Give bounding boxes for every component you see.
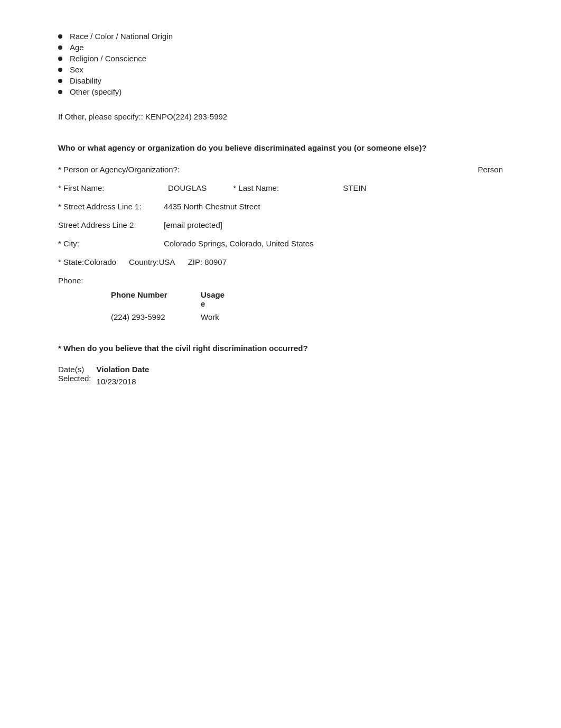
- phone-usage-value: Work: [201, 312, 232, 321]
- phone-table: Phone Number Usagee (224) 293-5992 Work: [111, 290, 503, 321]
- country-value: USA: [159, 257, 175, 266]
- street1-label: * Street Address Line 1:: [58, 202, 164, 211]
- bullet-icon: [58, 57, 62, 61]
- phone-col-number-header: Phone Number: [111, 290, 180, 308]
- phone-number-value: (224) 293-5992: [111, 312, 180, 321]
- list-item: Disability: [58, 76, 503, 85]
- street1-value: 4435 North Chestnut Street: [164, 202, 260, 211]
- bullet-icon: [58, 68, 62, 72]
- bullet-icon: [58, 45, 62, 50]
- violation-col-header: Violation Date: [97, 365, 149, 374]
- first-name-item: * First Name: DOUGLAS: [58, 183, 207, 192]
- zip-label: ZIP:: [188, 257, 203, 266]
- first-name-label: * First Name:: [58, 183, 164, 192]
- usage-line2: e: [201, 299, 205, 308]
- bullet-icon: [58, 79, 62, 83]
- when-section: * When do you believe that the civil rig…: [58, 343, 503, 386]
- agency-question: Who or what agency or organization do yo…: [58, 142, 503, 154]
- when-question: * When do you believe that the civil rig…: [58, 343, 503, 355]
- bullet-icon: [58, 90, 62, 94]
- list-item: Other (specify): [58, 87, 503, 96]
- phone-table-header: Phone Number Usagee: [111, 290, 503, 308]
- state-label: * State:: [58, 257, 84, 266]
- street1-row: * Street Address Line 1: 4435 North Ches…: [58, 202, 503, 211]
- city-value: Colorado Springs, Colorado, United State…: [164, 239, 314, 248]
- name-row: * First Name: DOUGLAS * Last Name: STEIN: [58, 183, 503, 192]
- violation-date-value: 10/23/2018: [97, 377, 149, 386]
- phone-section: Phone: Phone Number Usagee (224) 293-599…: [58, 276, 503, 321]
- city-row: * City: Colorado Springs, Colorado, Unit…: [58, 239, 503, 248]
- violation-table: Violation Date 10/23/2018: [97, 365, 149, 386]
- if-other-section: If Other, please specify:: KENPO(224) 29…: [58, 112, 503, 121]
- list-item: Religion / Conscience: [58, 54, 503, 63]
- discrimination-basis-list: Race / Color / National Origin Age Relig…: [58, 32, 503, 96]
- dates-row: Date(s) Selected: Violation Date 10/23/2…: [58, 365, 503, 386]
- dates-section: Date(s) Selected: Violation Date 10/23/2…: [58, 365, 503, 386]
- person-agency-row: * Person or Agency/Organization?: Person: [58, 165, 503, 174]
- dates-label-line1: Date(s): [58, 365, 91, 374]
- phone-col-usage-header: Usagee: [201, 290, 232, 308]
- list-item: Race / Color / National Origin: [58, 32, 503, 41]
- phone-table-row: (224) 293-5992 Work: [111, 312, 503, 321]
- last-name-item: * Last Name: STEIN: [233, 183, 366, 192]
- list-item: Sex: [58, 65, 503, 74]
- state-row: * State:Colorado Country:USA ZIP: 80907: [58, 257, 503, 266]
- dates-label-col: Date(s) Selected:: [58, 365, 91, 383]
- person-agency-value: Person: [478, 165, 503, 174]
- country-item: Country:USA: [129, 257, 175, 266]
- last-name-label: * Last Name:: [233, 183, 339, 192]
- list-item: Age: [58, 43, 503, 52]
- street2-value: [email protected]: [164, 220, 222, 229]
- usage-line1: Usage: [201, 290, 225, 299]
- zip-item: ZIP: 80907: [188, 257, 227, 266]
- bullet-icon: [58, 34, 62, 39]
- if-other-value: KENPO(224) 293-5992: [145, 112, 227, 121]
- city-label: * City:: [58, 239, 164, 248]
- zip-value: 80907: [204, 257, 227, 266]
- country-label: Country:: [129, 257, 159, 266]
- street2-label: Street Address Line 2:: [58, 220, 164, 229]
- dates-label-line2: Selected:: [58, 374, 91, 383]
- last-name-value: STEIN: [343, 183, 366, 192]
- first-name-value: DOUGLAS: [168, 183, 207, 192]
- street2-row: Street Address Line 2: [email protected]: [58, 220, 503, 229]
- person-agency-label: * Person or Agency/Organization?:: [58, 165, 180, 174]
- state-value: Colorado: [84, 257, 116, 266]
- if-other-label: If Other, please specify::: [58, 112, 143, 121]
- state-label-value: * State:Colorado: [58, 257, 116, 266]
- phone-section-label: Phone:: [58, 276, 503, 285]
